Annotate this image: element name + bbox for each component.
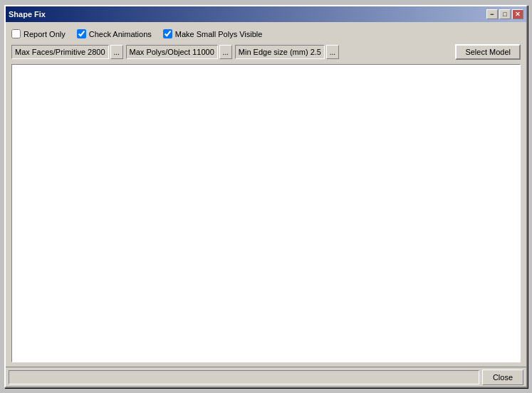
report-only-checkbox-label[interactable]: Report Only: [11, 29, 66, 38]
min-edge-group: Min Edge size (mm) 2.5 ...: [235, 45, 339, 59]
max-faces-label: Max Faces/Primitive 2800: [11, 45, 109, 59]
window-content: Report Only Check Animations Make Small …: [6, 22, 526, 367]
minimize-button[interactable]: −: [486, 9, 498, 19]
make-small-polys-checkbox-label[interactable]: Make Small Polys Visible: [163, 29, 263, 38]
report-only-label: Report Only: [24, 30, 66, 38]
max-faces-button[interactable]: ...: [110, 45, 123, 59]
check-animations-label: Check Animations: [89, 30, 152, 38]
window-title: Shape Fix: [9, 10, 46, 19]
max-polys-label: Max Polys/Object 11000: [126, 45, 218, 59]
make-small-polys-label: Make Small Polys Visible: [175, 30, 263, 38]
min-edge-button[interactable]: ...: [326, 45, 339, 59]
check-animations-checkbox[interactable]: [77, 29, 86, 38]
maximize-button[interactable]: □: [499, 9, 511, 19]
max-polys-group: Max Polys/Object 11000 ...: [126, 45, 232, 59]
close-button[interactable]: Close: [482, 370, 523, 385]
report-only-checkbox[interactable]: [11, 29, 21, 38]
title-bar-controls: − □ ✕: [486, 9, 523, 19]
options-row: Report Only Check Animations Make Small …: [9, 25, 523, 43]
check-animations-checkbox-label[interactable]: Check Animations: [77, 29, 152, 38]
status-bar: Close: [6, 367, 526, 387]
title-bar: Shape Fix − □ ✕: [6, 6, 526, 22]
max-polys-button[interactable]: ...: [219, 45, 232, 59]
min-edge-label: Min Edge size (mm) 2.5: [235, 45, 325, 59]
max-faces-group: Max Faces/Primitive 2800 ...: [11, 45, 123, 59]
make-small-polys-checkbox[interactable]: [163, 29, 172, 38]
window-close-button[interactable]: ✕: [512, 9, 523, 19]
main-content-area: [11, 64, 521, 362]
params-row: Max Faces/Primitive 2800 ... Max Polys/O…: [9, 43, 523, 63]
status-panel: [9, 370, 479, 384]
main-window: Shape Fix − □ ✕ Report Only Check Animat…: [4, 5, 528, 388]
select-model-button[interactable]: Select Model: [455, 44, 521, 60]
